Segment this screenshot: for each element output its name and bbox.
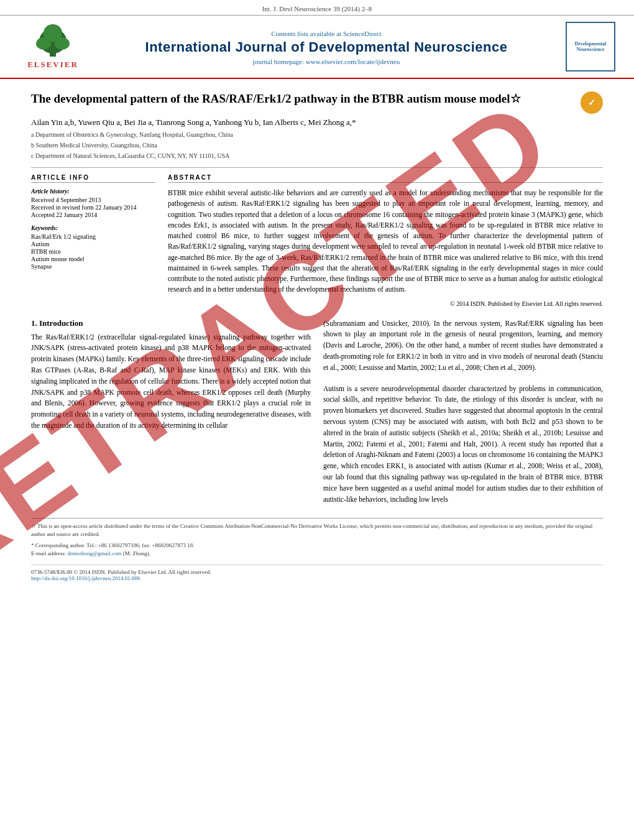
footer-issn: 0736-5748/$36.00 © 2014 ISDN. Published … <box>31 569 211 575</box>
doi-link[interactable]: http://dx.doi.org/10.1016/j.ijdevneu.201… <box>31 575 140 581</box>
author-email[interactable]: drmezhong@gmail.com <box>67 550 121 556</box>
kw-3: BTBR mice <box>31 248 155 255</box>
elsevier-logo: ELSEVIER <box>19 24 87 70</box>
intro-paragraph-1: The Ras/Raf/ERK1/2 (extracellular signal… <box>31 332 311 432</box>
top-meta: Int. J. Devl Neuroscience 39 (2014) 2–8 <box>0 0 634 16</box>
intro-paragraph-2: (Subramaniam and Unsicker, 2010). In the… <box>323 318 603 374</box>
elsevier-label: ELSEVIER <box>27 60 78 70</box>
footer-bottom: 0736-5748/$36.00 © 2014 ISDN. Published … <box>31 565 603 581</box>
sciencedirect-link[interactable]: ScienceDirect <box>343 30 382 37</box>
accepted-date: Accepted 22 January 2014 <box>31 211 155 218</box>
article-info-col: ARTICLE INFO Article history: Received 4… <box>31 174 155 308</box>
kw-2: Autism <box>31 241 155 247</box>
intro-paragraph-3: Autism is a severe neurodevelopmental di… <box>323 384 603 505</box>
history-label: Article history: <box>31 188 155 195</box>
keywords-block: Keywords: Ras/Raf/Erk 1/2 signaling Auti… <box>31 224 155 270</box>
email-who: (M. Zhong). <box>123 550 150 556</box>
journal-citation: Int. J. Devl Neuroscience 39 (2014) 2–8 <box>262 5 372 12</box>
main-content: The developmental pattern of the RAS/RAF… <box>0 79 634 594</box>
homepage-url[interactable]: www.elsevier.com/locate/ijdevneu <box>306 58 400 65</box>
authors: Ailan Yin a,b, Yuwen Qiu a, Bei Jia a, T… <box>31 118 603 127</box>
journal-homepage: journal homepage: www.elsevier.com/locat… <box>87 58 566 65</box>
footer-notes: ☆ This is an open-access article distrib… <box>31 518 603 558</box>
journal-logo-right: Developmental Neuroscience <box>566 22 615 72</box>
abstract-heading: ABSTRACT <box>168 174 603 183</box>
affiliation-a: a Department of Obstetrics & Gynecology,… <box>31 130 603 140</box>
journal-full-title: International Journal of Developmental N… <box>87 39 566 55</box>
star-note: ☆ This is an open-access article distrib… <box>31 522 603 539</box>
elsevier-tree-icon <box>31 24 75 58</box>
article-main-title: The developmental pattern of the RAS/RAF… <box>31 91 574 107</box>
abstract-col: ABSTRACT BTBR mice exhibit several autis… <box>168 174 603 308</box>
affiliation-c: c Department of Natural Sciences, LaGuar… <box>31 151 603 161</box>
article-info-heading: ARTICLE INFO <box>31 174 155 183</box>
email-label: E-mail address: <box>31 550 66 556</box>
article-history-block: Article history: Received 4 September 20… <box>31 188 155 218</box>
kw-4: Autism mouse model <box>31 256 155 262</box>
contents-line: Contents lists available at ScienceDirec… <box>87 28 566 39</box>
article-info-abstract-section: ARTICLE INFO Article history: Received 4… <box>31 174 603 308</box>
affiliations: a Department of Obstetrics & Gynecology,… <box>31 130 603 161</box>
journal-header: ELSEVIER Contents lists available at Sci… <box>0 16 634 79</box>
svg-point-4 <box>44 24 62 42</box>
received-date: Received 4 September 2013 <box>31 196 155 203</box>
kw-5: Synapse <box>31 263 155 270</box>
abstract-copyright: © 2014 ISDN. Published by Elsevier Ltd. … <box>168 299 603 308</box>
intro-left-col: 1. Introduction The Ras/Raf/ERK1/2 (extr… <box>31 318 311 505</box>
intro-section-title: 1. Introduction <box>31 318 311 328</box>
journal-title-center: Contents lists available at ScienceDirec… <box>87 28 566 65</box>
divider <box>31 167 603 168</box>
kw-1: Ras/Raf/Erk 1/2 signaling <box>31 233 155 240</box>
revised-date: Received in revised form 22 January 2014 <box>31 204 155 211</box>
intro-right-col: (Subramaniam and Unsicker, 2010). In the… <box>323 318 603 505</box>
abstract-text: BTBR mice exhibit several autistic-like … <box>168 188 603 308</box>
corresponding-author: * Corresponding author. Tel.: +86 136027… <box>31 542 195 548</box>
crossmark-badge: ✓ <box>581 91 603 114</box>
article-title-section: The developmental pattern of the RAS/RAF… <box>31 85 603 114</box>
affiliation-b: b Southern Medical University, Guangzhou… <box>31 141 603 150</box>
keywords-label: Keywords: <box>31 224 155 231</box>
intro-two-col: 1. Introduction The Ras/Raf/ERK1/2 (extr… <box>31 318 603 505</box>
body-content: 1. Introduction The Ras/Raf/ERK1/2 (extr… <box>31 318 603 505</box>
